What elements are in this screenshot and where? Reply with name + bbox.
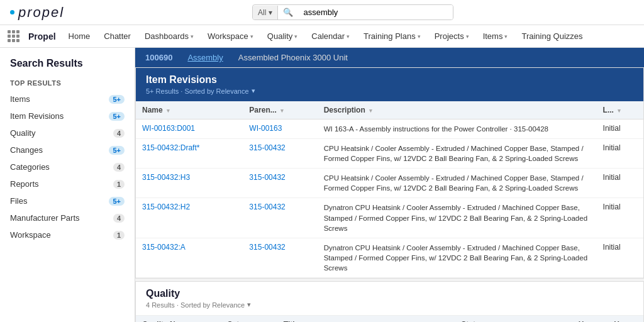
nav-calendar-chevron: ▾ [347,33,350,40]
name-link[interactable]: 315-00432:Draft* [142,143,199,152]
parent-link[interactable]: 315-00432 [249,173,285,182]
col-ha1[interactable]: Ha... ▾ [572,316,608,322]
search-box: All ▾ 🔍 [252,4,453,20]
name-link[interactable]: 315-00432:A [142,243,186,252]
name-link[interactable]: 315-00432:H2 [142,203,190,211]
nav-item-training-plans[interactable]: Training Plans ▾ [357,28,427,45]
sidebar-reports-label: Reports [10,179,39,189]
sidebar-item-categories[interactable]: Categories 4 [0,158,135,175]
cell-parent: 315-00432 [243,198,317,238]
quality-title: Quality [146,288,633,299]
parent-link[interactable]: WI-00163 [249,124,282,133]
quality-header: Quality 4 Results · Sorted by Relevance … [136,282,643,316]
col-name[interactable]: Name ▾ [136,101,243,119]
main-layout: Search Results Top Results Items 5+ Item… [0,48,644,322]
table-row: 315-00432:H2 315-00432 Dynatron CPU Heat… [136,198,643,238]
sidebar-changes-count: 5+ [109,146,125,155]
nav-item-projects[interactable]: Projects ▾ [428,28,475,45]
item-revisions-sort-chevron: ▾ [252,87,255,95]
sidebar-workspace-count: 1 [113,231,125,240]
sidebar-item-files[interactable]: Files 5+ [0,192,135,209]
quality-subtitle: 4 Results · Sorted by Relevance ▾ [146,301,633,309]
quality-header-row: Quality Num... ▾ Categ... ▾ Title ▾ Stat… [136,316,643,322]
cell-description: CPU Heatsink / Cooler Assembly - Extrude… [318,139,597,169]
cell-lifecycle: Initial [597,238,643,277]
item-revisions-title: Item Revisions [146,74,633,86]
item-revisions-header: Item Revisions 5+ Results · Sorted by Re… [136,68,643,101]
sidebar-item-workspace[interactable]: Workspace 1 [0,226,135,243]
cell-parent: 315-00432 [243,169,317,198]
nav-item-quality[interactable]: Quality ▾ [261,28,304,45]
sidebar-item-item-revisions[interactable]: Item Revisions 5+ [0,108,135,125]
cell-lifecycle: Initial [597,198,643,238]
col-lifecycle[interactable]: L... ▾ [597,101,643,119]
search-filter-label: All [258,8,266,17]
search-filter-dropdown[interactable]: All ▾ [253,6,278,19]
nav-item-calendar[interactable]: Calendar ▾ [305,28,356,45]
sidebar-item-quality[interactable]: Quality 4 [0,125,135,142]
parent-link[interactable]: 315-00432 [249,203,285,211]
nav-item-workspace[interactable]: Workspace ▾ [201,28,260,45]
nav-item-chatter[interactable]: Chatter [97,28,137,45]
cell-lifecycle: Initial [597,139,643,169]
nav-bar: Propel Home Chatter Dashboards ▾ Workspa… [0,25,644,48]
col-quality-num[interactable]: Quality Num... ▾ [136,316,221,322]
col-description[interactable]: Description ▾ [318,101,597,119]
sidebar-item-revisions-count: 5+ [109,112,125,121]
nav-projects-chevron: ▾ [466,33,469,40]
sidebar-categories-count: 4 [113,163,125,172]
sidebar-item-manufacturer-parts[interactable]: Manufacturer Parts 4 [0,209,135,226]
sidebar-categories-label: Categories [10,162,50,172]
quality-table: Quality Num... ▾ Categ... ▾ Title ▾ Stat… [136,316,643,322]
cell-name: WI-00163:D001 [136,119,243,139]
parent-link[interactable]: 315-00432 [249,243,285,252]
search-input[interactable] [298,5,453,19]
sidebar-items-label: Items [10,94,30,104]
content-area: 100690 Assembly Assembled Phoenix 3000 U… [135,48,644,322]
name-link[interactable]: 315-00432:H3 [142,173,190,182]
sidebar-title: Search Results [0,58,135,77]
col-title[interactable]: Title ▾ [277,316,455,322]
app-grid-icon[interactable] [5,28,22,45]
sidebar-item-reports[interactable]: Reports 1 [0,175,135,192]
nav-workspace-label: Workspace [208,31,248,41]
sidebar-manufacturer-parts-count: 4 [113,214,125,223]
nav-dashboards-chevron: ▾ [191,33,194,40]
search-icon: 🔍 [278,5,298,19]
top-result-number: 100690 [145,53,172,62]
nav-home-label: Home [69,31,91,41]
nav-calendar-label: Calendar [311,31,345,41]
col-parent[interactable]: Paren... ▾ [243,101,317,119]
col-ha2[interactable]: Ha... ▾ [608,316,643,322]
nav-projects-label: Projects [435,31,464,41]
cell-name: 315-00432:A [136,238,243,277]
nav-item-home[interactable]: Home [62,28,97,45]
sidebar-changes-label: Changes [10,145,43,155]
cell-description: Dynatron CPU Heatsink / Cooler Assembly … [318,198,597,238]
cell-description: WI 163-A - Assembly instructions for the… [318,119,597,139]
col-status[interactable]: Status ▾ [455,316,572,322]
table-row: 315-00432:Draft* 315-00432 CPU Heatsink … [136,139,643,169]
logo-text: propel [18,4,64,21]
name-link[interactable]: WI-00163:D001 [142,124,195,133]
nav-chatter-label: Chatter [104,31,131,41]
desc-sort-icon: ▾ [369,108,372,114]
nav-item-items[interactable]: Items ▾ [477,28,514,45]
quality-section: Quality 4 Results · Sorted by Relevance … [135,281,644,322]
nav-item-dashboards[interactable]: Dashboards ▾ [138,28,200,45]
top-result-description: Assembled Phoenix 3000 Unit [238,53,348,62]
name-sort-icon: ▾ [167,108,170,114]
top-result-link[interactable]: Assembly [187,53,223,62]
col-category[interactable]: Categ... ▾ [221,316,277,322]
nav-workspace-chevron: ▾ [250,33,253,40]
sidebar-workspace-label: Workspace [10,230,51,240]
nav-item-training-quizzes[interactable]: Training Quizzes [515,28,589,45]
sidebar-files-label: Files [10,196,27,206]
quality-sort-chevron: ▾ [247,301,251,309]
nav-dashboards-label: Dashboards [145,31,189,41]
sidebar-manufacturer-parts-label: Manufacturer Parts [10,213,80,223]
sidebar-item-changes[interactable]: Changes 5+ [0,142,135,158]
sidebar-quality-count: 4 [113,129,125,138]
sidebar-item-items[interactable]: Items 5+ [0,91,135,108]
parent-link[interactable]: 315-00432 [249,143,285,152]
